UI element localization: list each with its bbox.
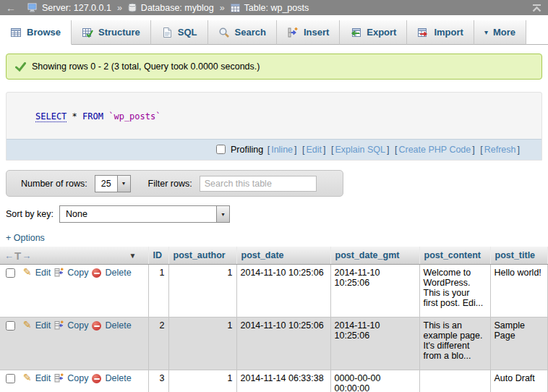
sort-row: Sort by key: None ▾: [6, 205, 548, 223]
cell-post-author: 1: [168, 370, 236, 392]
copy-row-link[interactable]: Copy: [67, 373, 88, 383]
edit-row-link[interactable]: Edit: [35, 268, 51, 278]
delete-icon: [92, 374, 101, 383]
inline-link[interactable]: Inline: [271, 145, 293, 155]
browse-icon: [10, 27, 22, 38]
insert-icon: [287, 27, 299, 38]
bracket: [: [395, 145, 397, 155]
tab-browse-label: Browse: [27, 27, 61, 38]
breadcrumb-bar: ← Server: 127.0.0.1 » Database: myblog »…: [0, 0, 548, 15]
nav-tee-icon[interactable]: T: [14, 250, 21, 262]
explain-sql-link[interactable]: Explain SQL: [335, 145, 385, 155]
results-table: ← T → ▼ ID post_author post_date post_da…: [0, 247, 548, 392]
refresh-link[interactable]: Refresh: [484, 145, 516, 155]
delete-icon: [92, 268, 101, 278]
breadcrumb-server[interactable]: Server: 127.0.0.1: [42, 3, 111, 13]
success-check-icon: [15, 62, 26, 72]
options-toggle-link[interactable]: + Options: [6, 233, 45, 243]
back-arrow-icon[interactable]: ←: [6, 2, 16, 14]
edit-pencil-icon: ✎: [23, 268, 32, 277]
tab-sql-label: SQL: [178, 27, 197, 38]
copy-icon: [54, 268, 64, 277]
bracket: [: [331, 145, 333, 155]
tab-export[interactable]: Export: [340, 20, 407, 45]
results-header-row: ← T → ▼ ID post_author post_date post_da…: [0, 247, 547, 265]
row-checkbox[interactable]: [6, 268, 15, 278]
tab-search[interactable]: Search: [208, 20, 277, 45]
copy-icon: [54, 373, 64, 383]
nav-right-arrow-icon[interactable]: →: [22, 250, 31, 261]
column-header-id[interactable]: ID: [148, 247, 168, 265]
sql-keyword-select[interactable]: SELECT: [35, 111, 67, 122]
tab-import[interactable]: Import: [407, 20, 474, 45]
breadcrumb-table[interactable]: Table: wp_posts: [244, 3, 309, 13]
sort-by-key-select[interactable]: None ▾: [59, 205, 230, 223]
header-sort-caret-icon[interactable]: ▼: [129, 252, 137, 260]
cell-post-author: 1: [168, 265, 236, 318]
collapse-top-icon[interactable]: [531, 4, 542, 12]
cell-post-date-gmt: 2014-11-10 10:25:06: [330, 265, 419, 318]
column-header-post-author[interactable]: post_author: [168, 247, 236, 265]
bracket: [: [480, 145, 482, 155]
delete-row-link[interactable]: Delete: [105, 373, 131, 383]
sort-by-key-value: None: [60, 206, 216, 222]
cell-post-date: 2014-11-10 10:25:06: [236, 318, 330, 370]
tab-search-label: Search: [235, 27, 266, 38]
delete-row-link[interactable]: Delete: [105, 320, 131, 331]
export-icon: [350, 27, 361, 38]
cell-post-title: Hello world!: [490, 265, 547, 318]
status-message-text: Showing rows 0 - 2 (3 total, Query took …: [32, 61, 260, 72]
tab-bar: Browse Structure SQL Search Insert Expor…: [0, 20, 548, 45]
tab-more-label: More: [493, 27, 515, 38]
edit-row-link[interactable]: Edit: [35, 320, 51, 331]
tab-more[interactable]: ▾ More: [474, 20, 526, 45]
column-header-post-date[interactable]: post_date: [236, 247, 330, 265]
rows-control-bar: Number of rows: 25 ▾ Filter rows:: [6, 170, 343, 197]
bracket: ]: [294, 145, 296, 155]
column-header-post-title[interactable]: post_title: [490, 247, 547, 265]
tab-structure[interactable]: Structure: [72, 20, 151, 45]
sql-query-box: SELECT * FROM `wp_posts` Profiling [Inli…: [6, 92, 542, 161]
breadcrumb-separator: »: [220, 3, 225, 13]
database-icon: [128, 3, 137, 12]
profiling-checkbox[interactable]: [216, 145, 226, 154]
status-message: Showing rows 0 - 2 (3 total, Query took …: [6, 54, 542, 80]
column-header-post-content[interactable]: post_content: [419, 247, 490, 265]
edit-query-link[interactable]: Edit: [307, 145, 322, 155]
table-icon: [231, 4, 240, 12]
edit-row-link[interactable]: Edit: [35, 373, 51, 383]
import-icon: [417, 27, 429, 38]
cell-post-date: 2014-11-14 06:33:38: [236, 370, 330, 392]
cell-post-title: Sample Page: [490, 318, 547, 370]
row-checkbox[interactable]: [6, 374, 15, 383]
delete-row-link[interactable]: Delete: [105, 268, 131, 278]
column-header-post-date-gmt[interactable]: post_date_gmt: [330, 247, 419, 265]
copy-icon: [54, 320, 64, 330]
select-dropdown-icon: ▾: [117, 176, 130, 192]
tab-sql[interactable]: SQL: [151, 20, 208, 45]
bracket: [: [302, 145, 304, 155]
profiling-label: Profiling: [231, 145, 263, 155]
filter-rows-input[interactable]: [200, 176, 317, 192]
sql-query: SELECT * FROM `wp_posts`: [7, 93, 541, 139]
filter-rows-label: Filter rows:: [148, 179, 192, 189]
cell-post-date: 2014-11-10 10:25:06: [236, 265, 330, 318]
cell-id: 3: [148, 370, 168, 392]
cell-id: 2: [148, 318, 168, 370]
create-php-code-link[interactable]: Create PHP Code: [398, 145, 471, 155]
breadcrumb-separator: »: [117, 3, 122, 13]
copy-row-link[interactable]: Copy: [67, 268, 88, 278]
row-checkbox[interactable]: [6, 321, 15, 331]
bracket: ]: [472, 145, 474, 155]
number-of-rows-select[interactable]: 25 ▾: [95, 175, 131, 192]
tab-browse[interactable]: Browse: [0, 20, 72, 45]
breadcrumb-database[interactable]: Database: myblog: [141, 3, 214, 13]
edit-pencil-icon: ✎: [23, 373, 32, 383]
search-icon: [218, 27, 230, 38]
copy-row-link[interactable]: Copy: [67, 320, 88, 331]
sql-table-name: `wp_posts`: [108, 111, 160, 122]
nav-left-arrow-icon[interactable]: ←: [4, 250, 14, 261]
cell-post-content: [419, 370, 490, 392]
tab-import-label: Import: [434, 27, 463, 38]
tab-insert[interactable]: Insert: [277, 20, 340, 45]
